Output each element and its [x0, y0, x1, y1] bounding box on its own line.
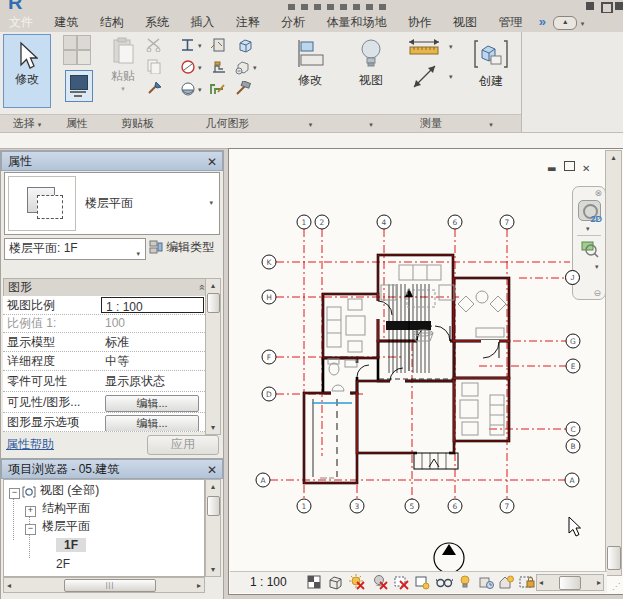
properties-panel-label[interactable]: 属性: [54, 114, 100, 132]
unjoin-box-icon[interactable]: [235, 59, 251, 75]
resize-grip[interactable]: ⋰: [612, 582, 622, 592]
match-type-brush-icon[interactable]: [146, 80, 164, 96]
view-close-icon[interactable]: ✕: [582, 163, 590, 174]
demolish-hammer-icon[interactable]: [233, 81, 251, 97]
browser-vscroll-thumb[interactable]: [207, 496, 220, 516]
temporary-hide-isolate-icon[interactable]: [436, 574, 453, 590]
coping-circle-icon[interactable]: [180, 59, 196, 75]
properties-group-header[interactable]: 图形 »: [3, 278, 211, 297]
view-panel-flyout[interactable]: ▾: [341, 114, 401, 132]
property-value[interactable]: 中等: [101, 352, 205, 370]
shadows-off-icon[interactable]: [372, 574, 389, 590]
visibility-edit-button[interactable]: 编辑...: [105, 395, 199, 412]
visual-style-icon[interactable]: [327, 574, 344, 590]
project-browser-close-icon[interactable]: ✕: [207, 461, 217, 479]
copy-icon[interactable]: [146, 58, 162, 74]
tree-item-floor-plans[interactable]: − 楼层平面: [4, 518, 90, 535]
wall-joins-icon[interactable]: [209, 81, 227, 97]
window-restore-button[interactable]: [601, 2, 613, 13]
entry-porch[interactable]: [414, 453, 458, 469]
cut-icon[interactable]: [146, 38, 162, 52]
join-dropdown-caret[interactable]: ▾: [198, 42, 202, 50]
type-selector-caret[interactable]: ▾: [209, 199, 213, 207]
property-row[interactable]: 详细程度 中等: [3, 352, 205, 371]
instance-selector[interactable]: 楼层平面: 1F ▾: [4, 238, 146, 260]
window-close-button[interactable]: [615, 2, 623, 10]
tab-structure[interactable]: 结构: [91, 13, 133, 32]
modify-panel-button[interactable]: 修改: [287, 35, 333, 107]
scroll-right-icon[interactable]: ▸: [597, 578, 601, 587]
properties-scroll-thumb[interactable]: [207, 293, 220, 313]
create-button[interactable]: 创建: [468, 35, 514, 107]
expand-expander-icon[interactable]: +: [25, 506, 36, 517]
geometry-panel-label[interactable]: 几何图形: [175, 114, 280, 132]
properties-help-link[interactable]: 属性帮助: [6, 436, 54, 453]
steering-wheel-icon[interactable]: 2D: [578, 200, 601, 221]
properties-button[interactable]: [65, 70, 93, 102]
clipboard-panel-label[interactable]: 剪贴板: [100, 114, 175, 132]
tab-massing-site[interactable]: 体量和场地: [317, 13, 395, 32]
tab-insert[interactable]: 插入: [181, 13, 223, 32]
scroll-down-icon[interactable]: ▾: [206, 565, 220, 574]
drawing-area[interactable]: 12 46 7 13 56 7 KH FD A GE CB A ▬ ✕ ⊗ 2D…: [228, 148, 623, 595]
navbar-collapse-icon[interactable]: ⊖: [593, 288, 601, 298]
collapse-expander-icon[interactable]: −: [25, 524, 36, 535]
browser-hscroll-thumb[interactable]: |||: [64, 579, 156, 592]
show-crop-region-icon[interactable]: [414, 574, 431, 590]
tab-view[interactable]: 视图: [444, 13, 486, 32]
crop-view-off-icon[interactable]: [393, 574, 410, 590]
navbar-wheel-caret[interactable]: ▾: [586, 225, 590, 233]
graphics-options-edit-button[interactable]: 编辑...: [105, 415, 199, 431]
grid-lines[interactable]: [270, 229, 570, 499]
scroll-up-icon[interactable]: ▴: [206, 281, 220, 290]
zoom-region-icon[interactable]: [578, 239, 600, 259]
property-value[interactable]: 显示原状态: [101, 371, 205, 391]
modify-button[interactable]: 修改: [3, 34, 51, 108]
paste-button[interactable]: 粘贴 ▾: [106, 34, 140, 114]
properties-close-icon[interactable]: ✕: [207, 153, 217, 171]
app-logo[interactable]: R: [8, 0, 22, 13]
scroll-left-icon[interactable]: ◂: [539, 578, 543, 587]
join-beam-icon[interactable]: [180, 37, 196, 53]
view-scale-button[interactable]: 1 : 100: [250, 575, 287, 589]
split-dropdown-caret[interactable]: ▾: [198, 86, 202, 94]
select-panel-label[interactable]: 选择 ▾: [0, 114, 54, 132]
scroll-down-icon[interactable]: ▾: [206, 423, 220, 432]
split-face-icon[interactable]: [180, 81, 196, 97]
property-row[interactable]: 显示模型 标准: [3, 333, 205, 352]
garage-lines[interactable]: [312, 399, 352, 477]
scroll-up-icon[interactable]: ▴: [206, 482, 220, 491]
navbar-close-icon[interactable]: ⊗: [594, 188, 602, 198]
coping-dropdown-caret[interactable]: ▾: [198, 64, 202, 72]
grid-bubble-j[interactable]: J: [565, 270, 580, 285]
sun-path-off-icon[interactable]: [349, 574, 366, 590]
measure-diagonal-icon[interactable]: [410, 62, 440, 92]
browser-hscrollbar[interactable]: ◂ ||| ▸: [3, 577, 205, 593]
collapse-expander-icon[interactable]: −: [9, 488, 20, 499]
properties-scrollbar[interactable]: ▴ ▾: [205, 278, 221, 435]
properties-title-bar[interactable]: 属性 ✕: [1, 151, 223, 171]
paint-box-icon[interactable]: [237, 37, 253, 53]
browser-vscrollbar[interactable]: ▴ ▾: [205, 479, 221, 577]
canvas-hscroll-thumb[interactable]: [559, 576, 581, 590]
walls[interactable]: [304, 255, 509, 483]
tree-item-structural-plans[interactable]: + 结构平面: [4, 500, 90, 517]
tab-overflow-chevron[interactable]: »: [539, 14, 546, 29]
scroll-left-icon[interactable]: ◂: [7, 581, 11, 590]
zoom-flyout-caret[interactable]: ▾: [595, 263, 599, 271]
scroll-up-icon[interactable]: ▴: [606, 153, 621, 162]
tree-item-2f[interactable]: 2F: [4, 556, 70, 573]
highlight-displacement-icon[interactable]: [498, 574, 515, 590]
show-analytical-model-icon[interactable]: [478, 574, 495, 590]
tab-analyze[interactable]: 分析: [272, 13, 314, 32]
measure-dropdown-caret-2[interactable]: ▾: [449, 73, 453, 81]
view-minimize-icon[interactable]: ▬: [547, 163, 556, 174]
window-minimize-button[interactable]: [586, 2, 594, 10]
tree-item-1f[interactable]: 1F: [4, 537, 86, 554]
instance-selector-caret[interactable]: ▾: [136, 245, 140, 264]
reveal-hidden-elements-icon[interactable]: [457, 574, 474, 590]
property-row[interactable]: 零件可见性 显示原状态: [3, 371, 205, 392]
edit-type-button[interactable]: 编辑类型: [149, 238, 219, 258]
floor-plan-drawing[interactable]: 12 46 7 13 56 7 KH FD A GE CB A: [229, 149, 605, 573]
type-selector[interactable]: 楼层平面 ▾: [4, 172, 220, 235]
